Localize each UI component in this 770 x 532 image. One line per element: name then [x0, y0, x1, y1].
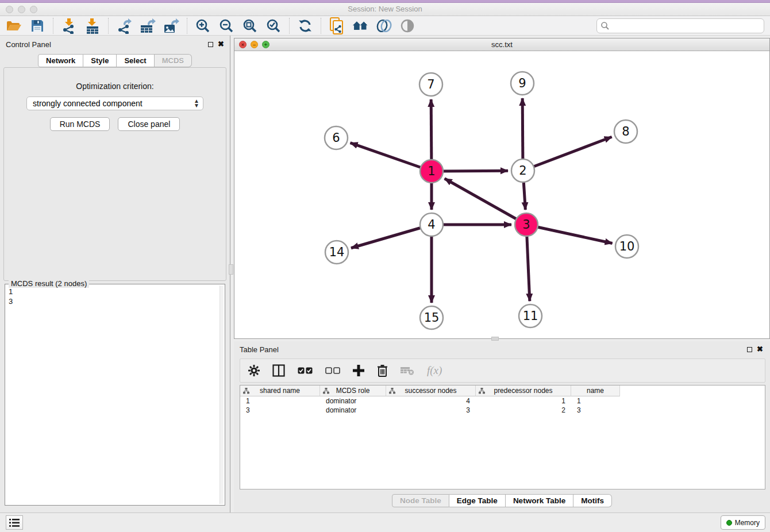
tab-select[interactable]: Select	[117, 54, 154, 67]
graph-node-10[interactable]: 10	[615, 235, 638, 258]
column-header-predecessor-nodes[interactable]: predecessor nodes	[476, 385, 571, 396]
node-table[interactable]: shared nameMCDS rolesuccessor nodesprede…	[240, 385, 765, 489]
trash-icon[interactable]	[377, 364, 388, 377]
float-table-panel-icon[interactable]	[747, 347, 752, 352]
table-cell[interactable]: 2	[476, 406, 571, 415]
graph-node-6[interactable]: 6	[325, 126, 348, 149]
graph-node-4[interactable]: 4	[420, 213, 443, 236]
graph-node-11[interactable]: 11	[519, 304, 542, 327]
run-mcds-button[interactable]: Run MCDS	[50, 117, 110, 131]
search-field-wrap	[596, 18, 764, 33]
search-input[interactable]	[596, 18, 764, 33]
unchecked-boxes-icon[interactable]	[325, 367, 340, 374]
table-cell[interactable]: 4	[386, 396, 476, 406]
table-toolbar: f(x)	[240, 358, 765, 383]
table-row[interactable]: 1dominator411	[240, 396, 620, 406]
checked-boxes-icon[interactable]	[298, 367, 313, 374]
mcds-result-scrollbar[interactable]	[220, 286, 224, 504]
table-cell[interactable]: 1	[240, 396, 320, 406]
import-table-icon[interactable]	[84, 18, 101, 34]
export-network-icon[interactable]	[116, 18, 132, 34]
export-image-icon[interactable]	[163, 18, 179, 34]
refresh-layout-icon[interactable]	[297, 18, 313, 34]
close-window-icon[interactable]	[6, 6, 13, 13]
toolbar-separator	[321, 18, 321, 34]
status-bar: Memory	[0, 512, 770, 532]
maximize-window-icon[interactable]	[30, 6, 37, 13]
column-header-name[interactable]: name	[571, 385, 620, 396]
gear-icon[interactable]	[248, 365, 260, 376]
zoom-selected-icon[interactable]	[265, 18, 282, 34]
graph-edge-4-14[interactable]	[351, 225, 432, 248]
maximize-network-icon[interactable]: +	[262, 41, 270, 48]
graph-edge-2-8[interactable]	[523, 137, 612, 171]
column-header-shared-name[interactable]: shared name	[240, 385, 320, 396]
export-table-icon[interactable]	[140, 18, 156, 34]
close-panel-icon[interactable]: ✖	[218, 41, 224, 47]
graph-node-9[interactable]: 9	[511, 72, 534, 95]
graph-edge-3-1[interactable]	[445, 179, 526, 225]
tab-node-table[interactable]: Node Table	[392, 494, 449, 507]
vertical-splitter-handle[interactable]	[229, 264, 233, 275]
graph-node-15[interactable]: 15	[420, 306, 443, 329]
minimize-network-icon[interactable]: –	[251, 41, 258, 48]
tab-network-table[interactable]: Network Table	[506, 494, 573, 507]
tab-edge-table[interactable]: Edge Table	[449, 494, 506, 507]
close-panel-button[interactable]: Close panel	[118, 117, 180, 131]
table-cell[interactable]: 3	[386, 406, 476, 415]
open-folder-icon[interactable]	[6, 18, 22, 34]
close-network-icon[interactable]: ×	[239, 41, 247, 48]
network-document-icon[interactable]	[329, 18, 345, 34]
float-panel-icon[interactable]	[208, 42, 213, 47]
optimization-label: Optimization criterion:	[4, 82, 226, 91]
venn-icon[interactable]	[376, 18, 392, 34]
svg-text:9: 9	[518, 76, 526, 90]
toolbar-separator	[289, 18, 290, 34]
column-header-MCDS-role[interactable]: MCDS role	[320, 385, 386, 396]
graph-node-2[interactable]: 2	[511, 159, 534, 182]
table-cell[interactable]: 3	[571, 406, 620, 415]
svg-text:6: 6	[332, 131, 340, 145]
table-cell[interactable]: 1	[571, 396, 620, 406]
contrast-icon[interactable]	[399, 18, 415, 34]
graph-node-14[interactable]: 14	[325, 241, 348, 264]
save-icon[interactable]	[29, 18, 45, 34]
table-row[interactable]: 3dominator323	[240, 406, 620, 415]
table-cell[interactable]: 1	[476, 396, 571, 406]
criterion-select[interactable]: strongly connected component ▲▼	[26, 97, 203, 110]
graph-node-7[interactable]: 7	[419, 73, 442, 96]
app-traffic-lights[interactable]	[6, 6, 37, 13]
zoom-in-icon[interactable]	[195, 18, 211, 34]
zoom-fit-icon[interactable]	[242, 18, 258, 34]
memory-button[interactable]: Memory	[721, 515, 765, 530]
mcds-result-text[interactable]: 1 3	[9, 287, 219, 504]
tab-motifs[interactable]: Motifs	[573, 494, 612, 507]
minimize-window-icon[interactable]	[18, 6, 25, 13]
home-icon[interactable]	[352, 18, 368, 34]
horizontal-splitter-handle[interactable]	[491, 337, 499, 341]
network-window-title: scc.txt	[234, 38, 769, 51]
graph-node-1[interactable]: 1	[420, 160, 443, 183]
table-cell[interactable]: dominator	[320, 396, 386, 406]
table-cell[interactable]: dominator	[320, 406, 386, 415]
zoom-out-icon[interactable]	[218, 18, 234, 34]
tab-network[interactable]: Network	[38, 54, 83, 67]
toolbar-separator	[108, 18, 109, 34]
import-network-icon[interactable]	[61, 18, 77, 34]
network-canvas[interactable]: 1234678910111415	[234, 51, 769, 338]
table-cell[interactable]: 3	[240, 406, 320, 415]
column-header-successor-nodes[interactable]: successor nodes	[386, 385, 476, 396]
plus-icon[interactable]	[353, 365, 364, 376]
tab-style[interactable]: Style	[83, 54, 117, 67]
graph-edge-3-10[interactable]	[526, 225, 613, 243]
table-panel-tabs: Node TableEdge TableNetwork TableMotifs	[234, 494, 770, 507]
graph-edge-1-6[interactable]	[351, 143, 432, 171]
task-history-button[interactable]	[6, 515, 23, 530]
graph-node-8[interactable]: 8	[614, 120, 637, 143]
columns-icon[interactable]	[272, 364, 285, 377]
network-window-titlebar[interactable]: × – + scc.txt	[234, 38, 769, 51]
close-table-panel-icon[interactable]: ✖	[757, 346, 763, 352]
graph-node-3[interactable]: 3	[515, 213, 538, 236]
tab-mcds[interactable]: MCDS	[155, 54, 192, 67]
delete-table-icon	[401, 366, 414, 375]
